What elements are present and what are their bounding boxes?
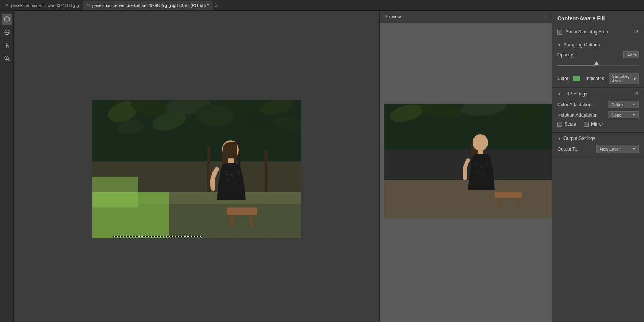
opacity-row: Opacity: 48%	[557, 51, 639, 58]
tab-2[interactable]: ✕ pexels-ion-ceban-ionelceban-2929835.jp…	[83, 1, 213, 10]
svg-line-5	[8, 59, 10, 61]
show-sampling-label: Show Sampling Area	[565, 29, 608, 34]
tab-bar: ✕ pexels-jermaine-ulinwa-3321584.jpg ✕ p…	[0, 0, 644, 11]
output-to-value: New Layer	[600, 147, 620, 151]
tab-label-2: pexels-ion-ceban-ionelceban-2929835.jpg …	[92, 3, 209, 8]
sampling-options-header: ▼ Sampling Options	[557, 42, 639, 48]
color-adaptation-row: Color Adaptation: Default ▾	[557, 101, 639, 108]
indicates-label: Indicates:	[586, 76, 605, 81]
output-settings-header: ▼ Output Settings	[557, 136, 639, 141]
svg-rect-54	[498, 198, 500, 207]
output-settings-chevron[interactable]: ▼	[557, 136, 561, 141]
rotation-adaptation-chevron: ▾	[633, 112, 635, 117]
scale-label: Scale	[565, 122, 576, 127]
opacity-slider[interactable]	[557, 62, 639, 69]
indicates-value: Sampling Area	[612, 74, 632, 83]
preview-header: Preview ≡	[380, 11, 552, 23]
fill-settings-section: ▼ Fill Settings ↺ Color Adaptation: Defa…	[552, 88, 644, 133]
sampling-options-chevron[interactable]: ▼	[557, 43, 561, 47]
left-toolbar	[0, 11, 14, 322]
scale-checkbox-item[interactable]: Scale	[557, 122, 576, 127]
lasso-tool[interactable]	[2, 14, 12, 25]
scale-mirror-row: Scale Mirror	[557, 122, 639, 127]
canvas-image	[92, 100, 301, 238]
preview-canvas	[380, 23, 552, 322]
svg-rect-53	[495, 192, 522, 198]
tab-close-1[interactable]: ✕	[5, 3, 9, 8]
preview-result-image	[384, 104, 552, 219]
svg-rect-36	[92, 177, 138, 207]
svg-point-56	[473, 134, 488, 151]
color-swatch[interactable]	[573, 76, 580, 81]
right-panel: Content-Aware Fill Show Sampling Area ↺ …	[552, 11, 644, 322]
indicates-dropdown[interactable]: Sampling Area ▾	[609, 73, 639, 84]
indicates-chevron: ▾	[634, 76, 636, 81]
mirror-checkbox[interactable]	[584, 122, 589, 127]
slider-fill	[557, 65, 596, 66]
output-settings-title-row: ▼ Output Settings	[557, 136, 595, 141]
preview-area: Preview ≡	[380, 11, 552, 322]
output-to-chevron: ▾	[633, 146, 635, 151]
zoom-tool[interactable]	[2, 53, 12, 64]
opacity-value[interactable]: 48%	[623, 51, 639, 58]
output-settings-section: ▼ Output Settings Output To: New Layer ▾	[552, 133, 644, 158]
tab-close-2[interactable]: ✕	[87, 3, 90, 8]
color-label: Color:	[557, 76, 570, 81]
mirror-label: Mirror	[591, 122, 603, 127]
tab-1[interactable]: ✕ pexels-jermaine-ulinwa-3321584.jpg	[2, 1, 83, 10]
canvas-area	[14, 11, 380, 322]
fill-settings-header: ▼ Fill Settings ↺	[557, 91, 639, 97]
sampling-options-section: ▼ Sampling Options Opacity: 48% Color:	[552, 39, 644, 88]
mirror-checkbox-item[interactable]: Mirror	[584, 122, 603, 127]
healing-brush-tool[interactable]	[2, 27, 12, 38]
hand-tool[interactable]	[2, 40, 12, 51]
tab-overflow[interactable]: »	[213, 2, 220, 8]
rotation-adaptation-row: Rotation Adaptation: None ▾	[557, 111, 639, 118]
color-adaptation-label: Color Adaptation:	[557, 102, 593, 107]
rotation-adaptation-dropdown[interactable]: None ▾	[608, 111, 639, 118]
color-indicates-row: Color: Indicates: Sampling Area ▾	[557, 73, 639, 84]
color-adaptation-value: Default	[611, 102, 625, 107]
color-adaptation-chevron: ▾	[633, 102, 635, 107]
show-sampling-reset[interactable]: ↺	[634, 29, 639, 35]
slider-track	[557, 65, 639, 66]
show-sampling-section: Show Sampling Area ↺	[552, 25, 644, 39]
output-settings-title: Output Settings	[564, 136, 595, 141]
scale-checkbox[interactable]	[557, 122, 562, 127]
preview-menu-icon[interactable]: ≡	[544, 14, 547, 20]
sampling-options-title-row: ▼ Sampling Options	[557, 42, 600, 48]
preview-title: Preview	[384, 14, 401, 20]
svg-rect-55	[516, 198, 519, 207]
panel-title: Content-Aware Fill	[552, 11, 644, 25]
fill-settings-title-row: ▼ Fill Settings	[557, 91, 587, 97]
svg-rect-25	[227, 207, 257, 215]
svg-rect-52	[384, 180, 552, 219]
fill-settings-title: Fill Settings	[564, 91, 587, 97]
output-to-label: Output To:	[557, 146, 578, 152]
show-sampling-row: Show Sampling Area	[557, 29, 608, 34]
rotation-adaptation-value: None	[611, 113, 621, 117]
slider-thumb[interactable]	[594, 61, 599, 65]
svg-rect-26	[230, 215, 233, 227]
color-adaptation-dropdown[interactable]: Default ▾	[608, 101, 639, 108]
show-sampling-checkbox[interactable]	[557, 30, 562, 34]
output-to-dropdown[interactable]: New Layer ▾	[596, 145, 639, 153]
fill-settings-reset[interactable]: ↺	[634, 91, 639, 97]
main-layout: Preview ≡	[0, 11, 644, 322]
tab-label-1: pexels-jermaine-ulinwa-3321584.jpg	[11, 3, 79, 8]
fill-settings-chevron[interactable]: ▼	[557, 92, 561, 96]
sampling-options-title: Sampling Options	[564, 42, 600, 48]
opacity-label: Opacity:	[557, 52, 574, 58]
svg-rect-27	[250, 215, 253, 227]
rotation-adaptation-label: Rotation Adaptation:	[557, 112, 599, 118]
output-to-row: Output To: New Layer ▾	[557, 145, 639, 153]
